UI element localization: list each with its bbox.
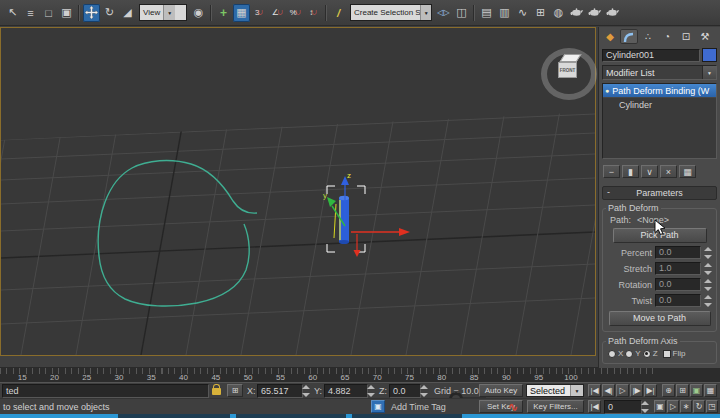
dropdown-arrow-icon[interactable]: ▼: [163, 5, 175, 20]
viewport-perspective[interactable]: z y FRONT: [0, 27, 596, 356]
tab-hierarchy-icon[interactable]: ∴: [639, 29, 657, 44]
zoom-region-icon[interactable]: ▣: [654, 400, 666, 413]
zoom-all-icon[interactable]: ⊞: [676, 384, 689, 397]
layer-manager-icon[interactable]: ▤: [478, 4, 495, 22]
viewcube-front-face[interactable]: FRONT: [558, 62, 577, 78]
edit-named-selection-sets-icon[interactable]: /: [330, 4, 347, 22]
percent-field[interactable]: 0.0: [655, 246, 701, 259]
rotation-spinner[interactable]: [704, 279, 713, 291]
stretch-spinner[interactable]: [704, 263, 713, 275]
select-rotate-icon[interactable]: ↻: [101, 4, 118, 22]
stack-item-path-deform[interactable]: ● Path Deform Binding (W: [603, 84, 716, 97]
viewcube[interactable]: FRONT: [539, 44, 597, 96]
material-editor-icon[interactable]: ◍: [550, 4, 567, 22]
previous-frame-button[interactable]: ◀|: [602, 384, 615, 397]
snap-toggle-3d-icon[interactable]: 3 ∩: [251, 4, 268, 22]
new-key-tangent-icon[interactable]: ∿: [508, 400, 518, 414]
angle-snap-icon[interactable]: ∠ ∩: [269, 4, 286, 22]
remove-modifier-icon[interactable]: ×: [660, 165, 677, 178]
window-crossing-icon[interactable]: ▣: [58, 4, 75, 22]
maximize-viewport-icon[interactable]: ◳: [706, 400, 718, 413]
scene-explorer-icon[interactable]: ▥: [496, 4, 513, 22]
current-frame-field[interactable]: 0: [604, 400, 642, 414]
coord-x-field[interactable]: 65.517: [257, 384, 303, 398]
pin-stack-icon[interactable]: −: [603, 165, 620, 178]
reference-coordinate-dropdown[interactable]: View ▼: [139, 4, 187, 21]
coord-z-field[interactable]: 0.0: [389, 384, 421, 398]
selection-lock-icon[interactable]: [212, 388, 221, 395]
arc-rotate-icon[interactable]: ↻: [693, 400, 705, 413]
move-to-path-button[interactable]: Move to Path: [609, 311, 711, 326]
time-tag-icon[interactable]: ▣: [371, 400, 385, 413]
gizmo-x-arrow[interactable]: [399, 228, 410, 236]
keyboard-override-icon[interactable]: ▦: [233, 4, 250, 22]
coord-x-spinner[interactable]: [302, 385, 311, 397]
axis-z-radio[interactable]: [643, 350, 651, 358]
zoom-icon[interactable]: ⊕: [662, 384, 675, 397]
axis-y-radio[interactable]: [625, 350, 633, 358]
play-button[interactable]: ▷: [616, 384, 629, 397]
object-name-field[interactable]: Cylinder001: [602, 49, 700, 62]
tab-create-icon[interactable]: ◆: [601, 29, 619, 44]
select-manipulate-icon[interactable]: +: [215, 4, 232, 22]
configure-modifier-sets-icon[interactable]: ▦: [679, 165, 696, 178]
viewport-canvas[interactable]: z y: [1, 28, 595, 355]
viewcube-cube[interactable]: FRONT: [558, 54, 575, 76]
twist-field[interactable]: 0.0: [655, 294, 701, 307]
tab-motion-icon[interactable]: ◔: [658, 29, 676, 44]
select-object-icon[interactable]: ↖: [4, 4, 21, 22]
axis-x-radio[interactable]: [608, 350, 616, 358]
object-color-swatch[interactable]: [702, 48, 717, 62]
parameters-rollout-header[interactable]: - Parameters: [602, 186, 717, 200]
rotation-field[interactable]: 0.0: [655, 278, 701, 291]
render-production-icon[interactable]: [604, 4, 621, 22]
named-selection-set-dropdown[interactable]: Create Selection Se ▼: [350, 4, 432, 21]
percent-spinner[interactable]: [704, 247, 713, 259]
visibility-bulb-icon[interactable]: ●: [605, 87, 609, 94]
dropdown-arrow-icon[interactable]: ▼: [420, 5, 431, 20]
select-by-name-icon[interactable]: ≡: [22, 4, 39, 22]
go-to-end-button[interactable]: ▶|: [644, 384, 657, 397]
select-scale-icon[interactable]: ◢: [119, 4, 136, 22]
dropdown-arrow-icon[interactable]: ▼: [570, 385, 583, 396]
track-bar[interactable]: [0, 356, 598, 368]
stretch-field[interactable]: 1.0: [655, 262, 701, 275]
frame-spinner[interactable]: [641, 401, 650, 413]
key-filters-button[interactable]: Key Filters...: [527, 400, 584, 413]
key-selection-dropdown[interactable]: Selected ▼: [526, 384, 584, 397]
tab-display-icon[interactable]: ⊡: [677, 29, 695, 44]
use-pivot-center-icon[interactable]: ◉: [190, 4, 207, 22]
mirror-icon[interactable]: ◁▷: [435, 4, 452, 22]
modifier-list-dropdown[interactable]: Modifier List ▼: [602, 65, 717, 80]
twist-spinner[interactable]: [704, 295, 713, 307]
add-time-tag-label[interactable]: Add Time Tag: [391, 402, 446, 412]
absolute-mode-icon[interactable]: ⊞: [227, 384, 243, 397]
zoom-extents-icon[interactable]: ▣: [690, 384, 703, 397]
rollout-collapse-icon[interactable]: -: [607, 187, 610, 197]
render-setup-icon[interactable]: [568, 4, 585, 22]
percent-snap-icon[interactable]: % ∩: [287, 4, 304, 22]
pan-icon[interactable]: ∗: [680, 400, 692, 413]
coord-y-field[interactable]: 4.882: [324, 384, 368, 398]
gizmo-y-arrow[interactable]: [327, 197, 336, 207]
spinner-snap-icon[interactable]: ↕ ∩: [305, 4, 322, 22]
select-move-icon[interactable]: [83, 4, 100, 22]
field-of-view-icon[interactable]: ▷: [667, 400, 679, 413]
tab-modify-icon[interactable]: [620, 29, 638, 44]
go-to-start-icon[interactable]: |◀: [588, 400, 601, 413]
rendered-frame-window-icon[interactable]: [586, 4, 603, 22]
dropdown-arrow-icon[interactable]: ▼: [702, 66, 716, 79]
coord-z-spinner[interactable]: [420, 385, 429, 397]
go-to-start-button[interactable]: |◀: [588, 384, 601, 397]
curve-editor-icon[interactable]: ∿: [514, 4, 531, 22]
flip-checkbox[interactable]: [663, 350, 671, 358]
make-unique-icon[interactable]: ∨: [641, 165, 658, 178]
stack-item-cylinder[interactable]: Cylinder: [603, 97, 716, 111]
schematic-view-icon[interactable]: ⊞: [532, 4, 549, 22]
timeline-ruler[interactable]: 1520 2530 3540 4550 5560 6570 7580 8590 …: [0, 368, 720, 382]
selection-region-icon[interactable]: □: [40, 4, 57, 22]
next-frame-button[interactable]: |▶: [630, 384, 643, 397]
coord-y-spinner[interactable]: [367, 385, 376, 397]
tab-utilities-icon[interactable]: ⚒: [696, 29, 714, 44]
zoom-extents-all-icon[interactable]: ▦: [704, 384, 717, 397]
